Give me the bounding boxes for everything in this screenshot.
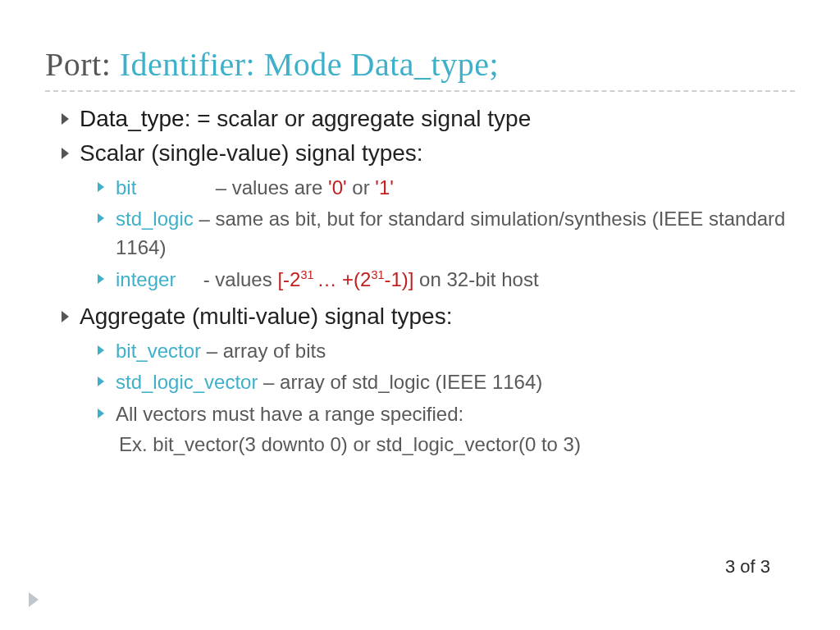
int-range-tail: -1)] <box>384 268 413 290</box>
bit-lit-one: '1' <box>375 176 394 199</box>
bitvector-body: – array of bits <box>201 340 326 362</box>
bit-or: or <box>347 176 376 199</box>
page-number: 3 of 3 <box>725 556 770 578</box>
scalar-integer: integer - values [-231 … +(231-1)] on 32… <box>98 266 795 294</box>
range-note-text: All vectors must have a range specified: <box>116 403 463 425</box>
title-syntax: Identifier: Mode Data_type; <box>120 46 499 83</box>
keyword-stdlogic: std_logic <box>116 208 194 230</box>
slide: Port: Identifier: Mode Data_type; Data_t… <box>0 0 840 630</box>
keyword-integer: integer <box>116 266 198 294</box>
title-prefix: Port: <box>45 46 120 83</box>
scalar-stdlogic: std_logic – same as bit, but for standar… <box>98 205 795 262</box>
int-exp1: 31 <box>300 268 317 281</box>
range-example: Ex. bit_vector(3 downto 0) or std_logic_… <box>116 431 795 459</box>
int-pre: - values <box>198 268 277 290</box>
title-divider <box>45 90 795 92</box>
bit-lit-zero: '0' <box>328 176 347 199</box>
scalar-bit: bit – values are '0' or '1' <box>98 174 795 203</box>
aggregate-range-note: All vectors must have a range specified:… <box>98 400 795 459</box>
int-exp2: 31 <box>371 268 384 281</box>
chevron-right-icon <box>29 592 39 607</box>
stdlogicvector-body: – array of std_logic (IEEE 1164) <box>258 371 542 393</box>
int-range-mid: … +(2 <box>317 268 371 290</box>
bullet-aggregate-heading: Aggregate (multi-value) signal types: bi… <box>62 301 795 459</box>
keyword-bitvector: bit_vector <box>116 340 201 362</box>
aggregate-heading-text: Aggregate (multi-value) signal types: <box>80 304 452 329</box>
scalar-sublist: bit – values are '0' or '1' std_logic – … <box>80 174 795 294</box>
bit-dash: – values are <box>210 176 328 199</box>
bullet-scalar-heading: Scalar (single-value) signal types: bit … <box>62 138 795 294</box>
scalar-heading-text: Scalar (single-value) signal types: <box>80 140 423 166</box>
stdlogic-body: – same as bit, but for standard simulati… <box>116 208 785 258</box>
int-range-open: [-2 <box>277 268 300 290</box>
bullet-list: Data_type: = scalar or aggregate signal … <box>37 103 795 459</box>
datatype-def: : = scalar or aggregate signal type <box>185 106 532 131</box>
int-post: on 32-bit host <box>413 268 538 290</box>
slide-title: Port: Identifier: Mode Data_type; <box>45 45 795 84</box>
keyword-stdlogicvector: std_logic_vector <box>116 371 258 393</box>
datatype-label: Data_type <box>80 106 185 131</box>
keyword-bit: bit <box>116 174 210 203</box>
aggregate-sublist: bit_vector – array of bits std_logic_vec… <box>80 337 795 459</box>
aggregate-stdlogicvector: std_logic_vector – array of std_logic (I… <box>98 368 795 397</box>
aggregate-bitvector: bit_vector – array of bits <box>98 337 795 366</box>
bullet-datatype: Data_type: = scalar or aggregate signal … <box>62 103 795 135</box>
